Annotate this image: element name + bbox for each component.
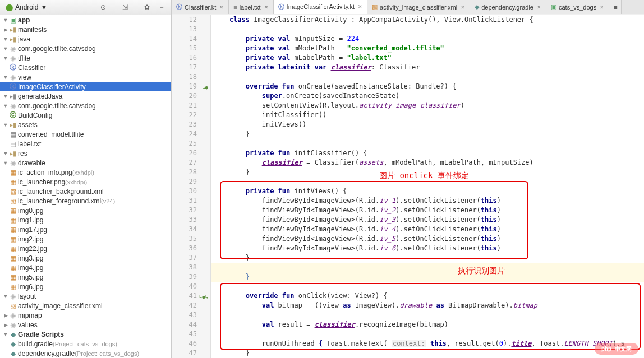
tree-item[interactable]: ▦img2.jpg	[0, 234, 171, 244]
project-tree[interactable]: ▼▣app▶▸▮manifests▼▸▮java▼◉com.google.tfl…	[0, 15, 172, 358]
tree-item[interactable]: ◆build.gradle (Project: cats_vs_dogs)	[0, 339, 171, 348]
tree-folder[interactable]: ▼◆Gradle Scripts	[0, 329, 171, 339]
expand-arrow-icon[interactable]: ▼	[2, 160, 9, 166]
code-line[interactable]: override fun onClick(view: View?) {	[211, 291, 644, 301]
expand-arrow-icon[interactable]: ▼	[2, 36, 9, 42]
expand-arrow-icon[interactable]: ▼	[2, 46, 9, 52]
code-line[interactable]: initViews()	[211, 120, 644, 129]
code-line[interactable]: }	[211, 129, 644, 139]
close-icon[interactable]: ✕	[357, 4, 362, 10]
tab-activity_image_classifier-xml[interactable]: ▧activity_image_classifier.xml✕	[367, 0, 470, 14]
code-line[interactable]: val bitmap = ((view as ImageView).drawab…	[211, 301, 644, 310]
code-line[interactable]: findViewById<ImageView>(R.id.iv_3).setOn…	[211, 215, 644, 225]
expand-arrow-icon[interactable]: ▼	[2, 75, 9, 80]
tree-folder[interactable]: ▼▣app	[0, 15, 171, 25]
tab-label-txt[interactable]: ≡label.txt✕	[229, 0, 273, 14]
code-area[interactable]: 图片 onclick 事件绑定 执行识别图片 php 中文网 class Ima…	[211, 15, 644, 358]
close-icon[interactable]: ✕	[459, 4, 465, 10]
tree-item[interactable]: ▧ic_launcher_foreground.xml (v24)	[0, 196, 171, 206]
tree-folder[interactable]: ▶◉mipmap	[0, 310, 171, 320]
tree-folder[interactable]: ▼◉layout	[0, 291, 171, 301]
target-icon[interactable]: ⊙	[97, 2, 109, 13]
tree-item[interactable]: ▦img22.jpg	[0, 244, 171, 253]
tree-item[interactable]: ▤converted_model.tflite	[0, 129, 171, 139]
code-line[interactable]	[211, 177, 644, 187]
tree-item[interactable]: ▦ic_launcher.png (xxhdpi)	[0, 177, 171, 187]
tree-item[interactable]: ▦img6.jpg	[0, 282, 171, 291]
tab-overflow[interactable]: ≡	[609, 0, 621, 14]
tree-item[interactable]: ⓒBuildConfig	[0, 110, 171, 120]
tab-classifier-kt[interactable]: ⓚClassifier.kt✕	[172, 0, 229, 14]
tree-item[interactable]: ⓚImageClassifierActivity	[0, 82, 171, 91]
code-line[interactable]: findViewById<ImageView>(R.id.iv_5).setOn…	[211, 234, 644, 244]
expand-arrow-icon[interactable]: ▼	[2, 294, 9, 299]
tree-item[interactable]: ▦img1.jpg	[0, 215, 171, 225]
code-line[interactable]: class ImageClassifierActivity : AppCompa…	[211, 15, 644, 25]
tree-folder[interactable]: ▼◉com.google.tflite.catvsdog	[0, 44, 171, 53]
code-line[interactable]: override fun onCreate(savedInstanceState…	[211, 82, 644, 91]
tree-folder[interactable]: ▼▸▮generatedJava	[0, 91, 171, 101]
expand-arrow-icon[interactable]: ▶	[2, 313, 9, 318]
tree-item[interactable]: ▦img3.jpg	[0, 253, 171, 263]
tree-folder[interactable]: ▼◉com.google.tflite.catvsdog	[0, 101, 171, 110]
tree-item[interactable]: ▦img17.jpg	[0, 225, 171, 234]
code-line[interactable]: setContentView(R.layout.activity_image_c…	[211, 101, 644, 110]
tree-folder[interactable]: ▼▸▮res	[0, 148, 171, 158]
code-line[interactable]	[211, 263, 644, 272]
code-line[interactable]: findViewById<ImageView>(R.id.iv_2).setOn…	[211, 206, 644, 215]
code-line[interactable]: private val mModelPath = "converted_mode…	[211, 44, 644, 53]
code-line[interactable]: private lateinit var classifier: Classif…	[211, 63, 644, 72]
close-icon[interactable]: ✕	[218, 4, 224, 10]
expand-arrow-icon[interactable]: ▼	[2, 103, 9, 109]
hide-icon[interactable]: −	[155, 2, 168, 13]
close-icon[interactable]: ✕	[263, 4, 269, 10]
code-editor[interactable]: 1213141516171819↳●2021222324252627282930…	[172, 15, 644, 358]
tree-item[interactable]: ▧activity_image_classifier.xml	[0, 301, 171, 310]
code-line[interactable]: val result = classifier.recognizeImage(b…	[211, 320, 644, 329]
tree-item[interactable]: ▦ic_action_info.png (xxhdpi)	[0, 168, 171, 177]
tree-folder[interactable]: ▼◉view	[0, 72, 171, 82]
code-line[interactable]	[211, 282, 644, 291]
code-line[interactable]: classifier = Classifier(assets, mModelPa…	[211, 158, 644, 168]
expand-arrow-icon[interactable]: ▼	[2, 151, 9, 156]
expand-arrow-icon[interactable]: ▼	[2, 94, 9, 99]
tree-item[interactable]: ⓚClassifier	[0, 63, 171, 72]
tree-item[interactable]: ▤label.txt	[0, 139, 171, 148]
code-line[interactable]	[211, 72, 644, 82]
code-line[interactable]: }	[211, 253, 644, 263]
expand-arrow-icon[interactable]: ▶	[2, 27, 9, 32]
code-line[interactable]: findViewById<ImageView>(R.id.iv_1).setOn…	[211, 196, 644, 206]
code-line[interactable]: private fun initViews() {	[211, 187, 644, 196]
tree-folder[interactable]: ▼◉drawable	[0, 158, 171, 168]
code-line[interactable]: super.onCreate(savedInstanceState)	[211, 91, 644, 101]
expand-arrow-icon[interactable]: ▼	[2, 17, 9, 23]
code-line[interactable]: private val mInputSize = 224	[211, 34, 644, 44]
tree-item[interactable]: ▧ic_launcher_background.xml	[0, 187, 171, 196]
tree-folder[interactable]: ▼◉tflite	[0, 53, 171, 63]
tab-imageclassifieractivity-kt[interactable]: ⓚImageClassifierActivity.kt✕	[274, 0, 367, 14]
close-icon[interactable]: ✕	[536, 4, 541, 10]
collapse-icon[interactable]: ⇲	[119, 2, 131, 13]
code-line[interactable]	[211, 139, 644, 148]
tree-item[interactable]: ▦img0.jpg	[0, 206, 171, 215]
tree-item[interactable]: ▦img4.jpg	[0, 263, 171, 272]
tree-folder[interactable]: ▶▸▮manifests	[0, 25, 171, 34]
code-line[interactable]: initClassifier()	[211, 110, 644, 120]
project-view-selector[interactable]: ⬤ Android ▼	[3, 2, 49, 12]
code-line[interactable]	[211, 310, 644, 320]
code-line[interactable]	[211, 25, 644, 34]
tree-folder[interactable]: ▶◉values	[0, 320, 171, 329]
expand-arrow-icon[interactable]: ▼	[2, 332, 9, 337]
tree-item[interactable]: ▦img5.jpg	[0, 272, 171, 282]
code-line[interactable]: private fun initClassifier() {	[211, 148, 644, 158]
tree-item[interactable]: ◆dependency.gradle (Project: cats_vs_dog…	[0, 348, 171, 358]
code-line[interactable]: }	[211, 272, 644, 282]
code-line[interactable]: private val mLabelPath = "label.txt"	[211, 53, 644, 63]
tab-cats_vs_dogs[interactable]: ▣cats_vs_dogs✕	[546, 0, 609, 14]
tab-dependency-gradle[interactable]: ◆dependency.gradle✕	[470, 0, 546, 14]
gear-icon[interactable]: ✿	[141, 2, 153, 13]
tree-folder[interactable]: ▼▸▮java	[0, 34, 171, 44]
code-line[interactable]: }	[211, 168, 644, 177]
code-line[interactable]	[211, 329, 644, 339]
tree-folder[interactable]: ▼▸▮assets	[0, 120, 171, 129]
